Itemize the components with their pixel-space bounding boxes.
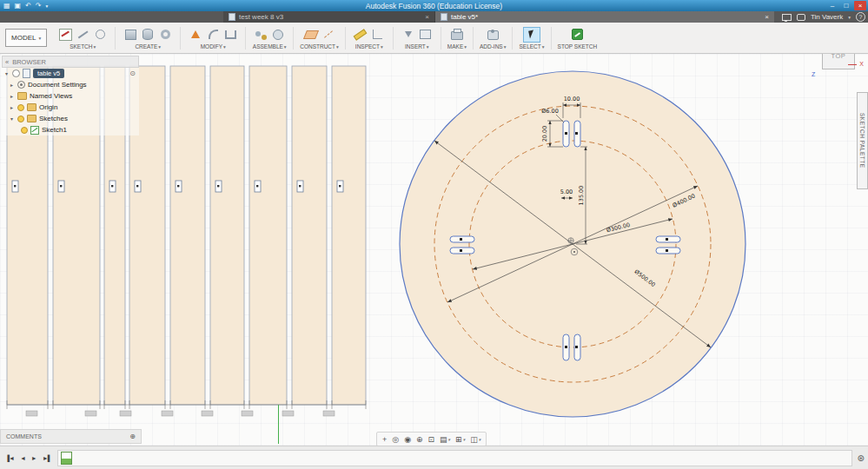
dim-slot-width[interactable]: 10.00 (564, 96, 580, 102)
zoom-icon[interactable]: ⊕ (414, 435, 425, 444)
grid-settings-icon[interactable]: ⊞▾ (454, 435, 467, 444)
pan-icon[interactable]: + (381, 435, 388, 444)
viewport-layout-icon[interactable]: ◫▾ (468, 435, 482, 444)
titlebar: ▦ ▣ ↶ ↷ ▾ Autodesk Fusion 360 (Education… (0, 0, 868, 11)
browser-item-named-views[interactable]: ▸ Named Views (2, 90, 139, 102)
browser-item-origin[interactable]: ▸ Origin (2, 102, 139, 113)
table-slat[interactable] (249, 66, 287, 405)
angle-icon[interactable] (369, 27, 387, 43)
insert-menu[interactable]: INSERT▾ (405, 43, 428, 50)
derive-icon[interactable] (417, 27, 434, 43)
scripts-addins-icon[interactable] (484, 27, 501, 43)
table-slat[interactable] (292, 66, 327, 405)
plane-icon[interactable] (302, 27, 320, 43)
dim-radial-distance[interactable]: 135.00 (578, 186, 585, 206)
stop-sketch-button[interactable]: STOP SKETCH (558, 43, 598, 50)
fit-icon[interactable]: ⊡ (427, 435, 437, 444)
active-doc-radio-icon[interactable] (12, 69, 20, 77)
collapse-panel-icon[interactable]: « (5, 58, 9, 66)
tab-test-week-8-v3[interactable]: test week 8 v3 × (223, 11, 435, 23)
display-settings-icon[interactable]: ▤▾ (438, 435, 452, 444)
chevron-down-icon: ▾ (158, 44, 161, 50)
dim-slot-length[interactable]: 20.00 (541, 126, 548, 142)
select-cursor-icon[interactable] (523, 27, 540, 43)
sketch-menu[interactable]: SKETCH▾ (70, 43, 96, 50)
axis-icon[interactable] (320, 27, 337, 43)
torus-icon[interactable] (156, 27, 174, 43)
close-tab-icon[interactable]: × (765, 13, 769, 21)
play-button[interactable]: ► (30, 454, 38, 462)
account-name[interactable]: Tin Vaverk (811, 13, 843, 21)
fillet-icon[interactable] (204, 27, 222, 43)
visibility-bulb-icon[interactable] (21, 127, 28, 134)
browser-item-document-settings[interactable]: ▸ Document Settings (2, 79, 139, 90)
orbit-icon[interactable]: ◎ (390, 435, 401, 444)
table-slat[interactable] (332, 66, 366, 405)
modify-menu[interactable]: MODIFY▾ (201, 43, 226, 50)
stop-sketch-icon[interactable] (568, 27, 586, 43)
expand-caret-icon[interactable]: ▸ (9, 104, 15, 110)
cylinder-icon[interactable] (139, 27, 156, 43)
maximize-button[interactable]: □ (840, 1, 852, 10)
settings-gear-icon[interactable]: ⊛ (858, 453, 865, 463)
shell-icon[interactable] (222, 27, 239, 43)
select-menu[interactable]: SELECT▾ (519, 43, 544, 50)
line-tool-icon[interactable] (74, 27, 91, 43)
go-to-start-button[interactable]: ▐◄ (3, 454, 16, 462)
expand-caret-icon[interactable]: ▾ (3, 70, 10, 76)
item-label: Sketch1 (42, 126, 67, 134)
inspect-menu[interactable]: INSPECT▾ (355, 43, 383, 50)
make-menu[interactable]: MAKE▾ (447, 43, 467, 50)
expand-comments-icon[interactable]: ⊕ (129, 433, 136, 440)
assemble-menu[interactable]: ASSEMBLE▾ (253, 43, 287, 50)
joint-icon[interactable] (252, 27, 269, 43)
measure-icon[interactable] (352, 27, 369, 43)
visibility-bulb-icon[interactable] (17, 104, 24, 111)
sketch-palette-tab[interactable]: SKETCH PALETTE (857, 92, 868, 189)
create-sketch-icon[interactable] (56, 27, 74, 43)
browser-root-item[interactable]: ▾ table v5 ⊙ (2, 68, 139, 79)
comments-panel[interactable]: COMMENTS ⊕ (0, 429, 142, 444)
table-slat[interactable] (210, 66, 244, 405)
notifications-icon[interactable] (797, 14, 805, 21)
browser-item-sketch1[interactable]: Sketch1 (2, 124, 139, 135)
visibility-bulb-icon[interactable] (17, 116, 24, 122)
dim-slot-offset[interactable]: 5.00 (560, 188, 573, 195)
timeline-sketch-feature[interactable] (61, 452, 72, 465)
close-button[interactable]: × (854, 1, 866, 10)
root-doc-name: table v5 (33, 69, 64, 78)
expand-caret-icon[interactable]: ▸ (9, 93, 15, 99)
go-to-end-button[interactable]: ►▌ (41, 454, 53, 462)
look-at-icon[interactable]: ◉ (402, 435, 413, 444)
slat-dimension-value-boxes[interactable] (26, 411, 335, 416)
create-menu[interactable]: CREATE▾ (135, 43, 161, 50)
snap-icon[interactable] (269, 27, 287, 43)
screen-share-icon[interactable] (782, 14, 792, 21)
axis-z-label: Z (812, 71, 815, 77)
tab-label: table v5* (451, 13, 478, 21)
toolbar-group-stop-sketch: STOP SKETCH (553, 26, 602, 50)
step-back-button[interactable]: ◄ (18, 454, 27, 462)
help-icon[interactable]: ? (856, 12, 865, 22)
circle-tool-icon[interactable] (91, 27, 109, 43)
item-label: Sketches (39, 115, 68, 122)
tab-table-v5[interactable]: table v5* × (435, 11, 774, 23)
workspace-selector[interactable]: MODEL ▾ (5, 29, 47, 47)
visibility-icon[interactable]: ⊙ (129, 69, 136, 77)
construct-menu[interactable]: CONSTRUCT▾ (300, 43, 339, 50)
addins-menu[interactable]: ADD-INS▾ (480, 43, 507, 50)
table-slat[interactable] (170, 66, 205, 405)
expand-caret-icon[interactable]: ▾ (9, 116, 15, 122)
minimize-button[interactable]: – (826, 1, 838, 10)
box-icon[interactable] (122, 27, 139, 43)
dim-slot-hole[interactable]: Ø6.00 (541, 108, 559, 115)
browser-item-sketches[interactable]: ▾ Sketches (2, 113, 139, 124)
timeline-track[interactable] (57, 450, 852, 466)
close-tab-icon[interactable]: × (425, 13, 429, 21)
insert-icon[interactable] (400, 27, 417, 43)
press-pull-icon[interactable] (187, 27, 204, 43)
chevron-down-icon[interactable]: ▾ (848, 15, 851, 20)
expand-caret-icon[interactable]: ▸ (9, 82, 15, 88)
3d-print-icon[interactable] (448, 27, 466, 43)
window-title: Autodesk Fusion 360 (Education License) (0, 2, 868, 10)
